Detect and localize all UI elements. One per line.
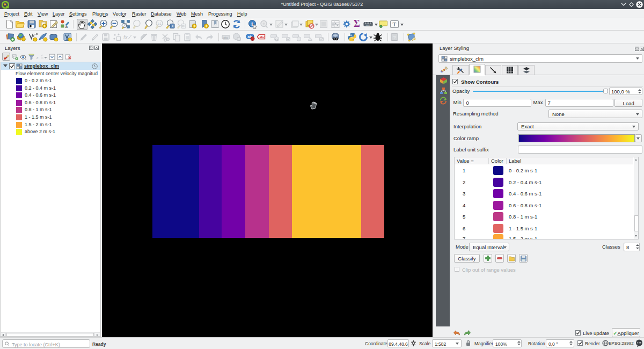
svg-text:ε: ε [36, 55, 39, 60]
svg-text:1:1: 1:1 [157, 22, 162, 25]
svg-text:?: ? [393, 35, 396, 40]
svg-text:T: T [393, 21, 397, 27]
svg-text:fx: fx [123, 34, 128, 40]
svg-text:abc: abc [223, 36, 228, 39]
svg-text:mm: mm [366, 24, 370, 26]
svg-text:abc: abc [260, 35, 266, 39]
svg-text:i: i [251, 21, 253, 27]
svg-text:a: a [65, 24, 68, 29]
